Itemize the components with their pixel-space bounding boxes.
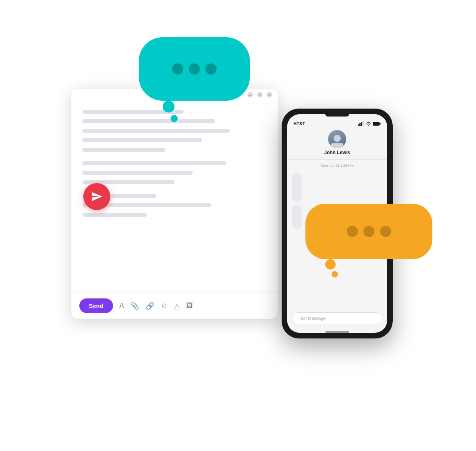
svg-rect-2 bbox=[361, 122, 362, 126]
orange-dot-2 bbox=[363, 226, 374, 237]
text-line-6 bbox=[83, 161, 226, 165]
received-bubble-1 bbox=[292, 172, 301, 202]
main-scene: — ⤢ ✕ Send A 📎 🔗 ☺ △ 🖼 bbox=[60, 37, 416, 414]
text-line-2 bbox=[83, 119, 215, 123]
phone-notch bbox=[325, 114, 349, 117]
dot-3 bbox=[205, 63, 217, 75]
svg-rect-1 bbox=[359, 123, 361, 126]
phone-contact-header: John Lewis bbox=[287, 128, 387, 160]
contact-avatar bbox=[328, 130, 346, 148]
received-bubble-2 bbox=[292, 205, 301, 229]
chat-date: Mon, Jul 14 1:28 PM bbox=[292, 164, 382, 168]
svg-rect-5 bbox=[380, 123, 381, 124]
link-icon[interactable]: 🔗 bbox=[146, 302, 154, 310]
send-fab-button[interactable] bbox=[83, 183, 110, 210]
paper-plane-icon bbox=[91, 191, 103, 203]
text-line-5 bbox=[83, 148, 165, 152]
editor-toolbar: Send A 📎 🔗 ☺ △ 🖼 bbox=[71, 292, 278, 319]
svg-rect-0 bbox=[358, 124, 359, 126]
avatar-inner bbox=[328, 130, 346, 148]
svg-rect-4 bbox=[373, 122, 380, 126]
attach-icon[interactable]: 📎 bbox=[131, 302, 139, 310]
text-line-4 bbox=[83, 138, 202, 142]
text-message-input[interactable]: Text Message bbox=[292, 312, 382, 324]
orange-dot-1 bbox=[347, 226, 358, 237]
image-icon[interactable]: 🖼 bbox=[186, 302, 193, 310]
text-line-11 bbox=[83, 213, 147, 217]
status-icons bbox=[358, 121, 381, 126]
phone-input-area: Text Message bbox=[287, 309, 387, 329]
text-format-icon[interactable]: A bbox=[119, 302, 124, 310]
maximize-button[interactable]: ⤢ bbox=[257, 92, 263, 97]
close-button[interactable]: ✕ bbox=[267, 92, 272, 97]
wifi-icon bbox=[366, 121, 371, 126]
alert-icon[interactable]: △ bbox=[174, 302, 180, 310]
dot-2 bbox=[189, 63, 200, 75]
phone-status-bar: HT&T bbox=[287, 118, 387, 128]
text-line-7 bbox=[83, 171, 193, 175]
orange-speech-bubble bbox=[305, 204, 432, 259]
svg-rect-3 bbox=[363, 121, 364, 126]
dot-1 bbox=[172, 63, 183, 75]
carrier-label: HT&T bbox=[294, 121, 305, 126]
signal-icon bbox=[358, 121, 364, 126]
send-button[interactable]: Send bbox=[79, 298, 113, 313]
home-indicator bbox=[325, 331, 349, 333]
avatar-head bbox=[334, 135, 341, 142]
emoji-icon[interactable]: ☺ bbox=[161, 302, 168, 310]
text-line-3 bbox=[83, 129, 230, 133]
teal-speech-bubble bbox=[139, 37, 250, 101]
avatar-body bbox=[331, 143, 344, 148]
orange-dot-3 bbox=[380, 226, 391, 237]
contact-name: John Lewis bbox=[324, 150, 350, 155]
battery-icon bbox=[373, 122, 381, 126]
minimize-button[interactable]: — bbox=[248, 92, 253, 97]
